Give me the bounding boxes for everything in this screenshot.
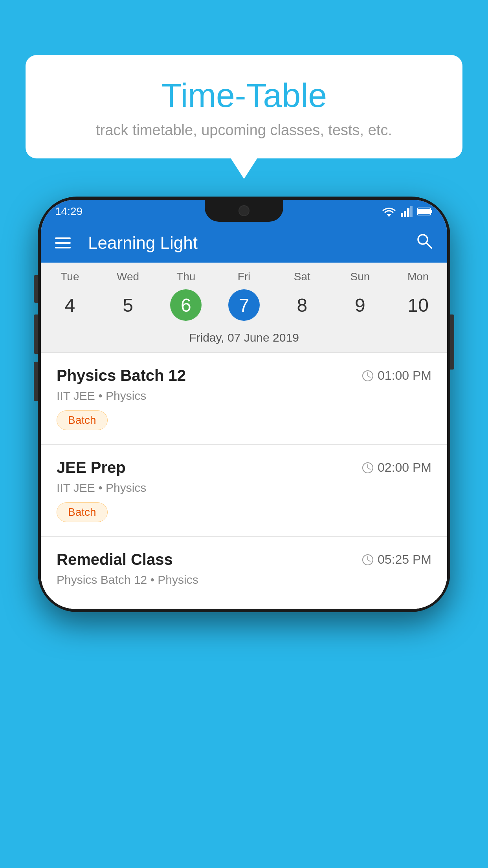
speech-bubble: Time-Table track timetable, upcoming cla… [26,55,462,158]
svg-rect-2 [404,211,406,217]
phone-screen: 14:29 [41,200,447,609]
calendar-day-6[interactable]: Thu6 [157,270,215,321]
phone-camera [238,205,250,216]
calendar-day-7[interactable]: Fri7 [215,270,273,321]
svg-line-9 [426,243,431,248]
schedule-item[interactable]: Remedial Class05:25 PMPhysics Batch 12 •… [41,537,447,609]
calendar-day-5[interactable]: Wed5 [99,270,157,321]
svg-line-12 [368,376,370,377]
day-name-label: Sat [273,270,331,283]
day-number: 5 [112,289,144,321]
day-name-label: Tue [41,270,99,283]
calendar-days-header: Tue4Wed5Thu6Fri7Sat8Sun9Mon10 [41,263,447,325]
day-name-label: Thu [157,270,215,283]
clock-icon [362,554,374,566]
svg-rect-4 [410,206,413,217]
phone-btn-volume-down [34,314,38,354]
schedule-item-subtitle: IIT JEE • Physics [57,389,431,403]
signal-icon [401,206,413,217]
bubble-title: Time-Table [49,77,439,114]
schedule-item-time: 02:00 PM [362,460,431,475]
phone-container: 14:29 [38,197,450,612]
day-number: 8 [286,289,318,321]
day-name-label: Fri [215,270,273,283]
clock-icon [362,462,374,474]
clock-icon [362,370,374,382]
speech-bubble-container: Time-Table track timetable, upcoming cla… [26,55,462,158]
phone-btn-volume-up [34,275,38,303]
calendar-date-label: Friday, 07 June 2019 [41,325,447,353]
calendar-day-4[interactable]: Tue4 [41,270,99,321]
schedule-item-time: 01:00 PM [362,368,431,383]
day-name-label: Mon [389,270,447,283]
day-number: 10 [402,289,434,321]
svg-rect-7 [418,209,430,214]
phone-btn-power [450,314,454,370]
schedule-item-title: Physics Batch 12 [57,367,186,384]
time-label: 02:00 PM [378,460,431,475]
app-bar: Learning Light [41,223,447,263]
day-number: 9 [344,289,376,321]
svg-marker-0 [387,214,391,217]
status-icons [382,206,433,217]
schedule-item[interactable]: Physics Batch 1201:00 PMIIT JEE • Physic… [41,353,447,445]
status-time: 14:29 [55,205,83,218]
svg-rect-3 [407,208,409,217]
bubble-subtitle: track timetable, upcoming classes, tests… [49,122,439,139]
day-name-label: Sun [331,270,389,283]
svg-rect-1 [401,213,403,217]
batch-tag: Batch [57,410,108,430]
day-name-label: Wed [99,270,157,283]
schedule-item-subtitle: Physics Batch 12 • Physics [57,573,431,587]
search-button[interactable] [416,232,433,254]
schedule-list: Physics Batch 1201:00 PMIIT JEE • Physic… [41,353,447,609]
phone-btn-volume-down2 [34,362,38,401]
day-number: 4 [54,289,86,321]
phone-frame: 14:29 [38,197,450,612]
day-number: 6 [170,289,202,321]
day-number: 7 [228,289,260,321]
schedule-item-time: 05:25 PM [362,552,431,567]
schedule-item-title: Remedial Class [57,551,173,568]
calendar-section: Tue4Wed5Thu6Fri7Sat8Sun9Mon10 Friday, 07… [41,263,447,353]
schedule-item-subtitle: IIT JEE • Physics [57,481,431,495]
battery-icon [417,207,433,216]
schedule-item-header: Remedial Class05:25 PM [57,551,431,568]
calendar-day-9[interactable]: Sun9 [331,270,389,321]
time-label: 01:00 PM [378,368,431,383]
batch-tag: Batch [57,502,108,522]
hamburger-menu-icon[interactable] [55,237,71,248]
schedule-item-title: JEE Prep [57,459,126,476]
calendar-day-10[interactable]: Mon10 [389,270,447,321]
time-label: 05:25 PM [378,552,431,567]
schedule-item[interactable]: JEE Prep02:00 PMIIT JEE • PhysicsBatch [41,445,447,537]
svg-line-15 [368,468,370,469]
calendar-day-8[interactable]: Sat8 [273,270,331,321]
svg-line-18 [368,560,370,561]
schedule-item-header: Physics Batch 1201:00 PM [57,367,431,384]
app-title: Learning Light [88,233,404,253]
schedule-item-header: JEE Prep02:00 PM [57,459,431,476]
phone-notch [205,200,283,222]
svg-rect-6 [431,210,432,213]
wifi-icon [382,206,396,217]
